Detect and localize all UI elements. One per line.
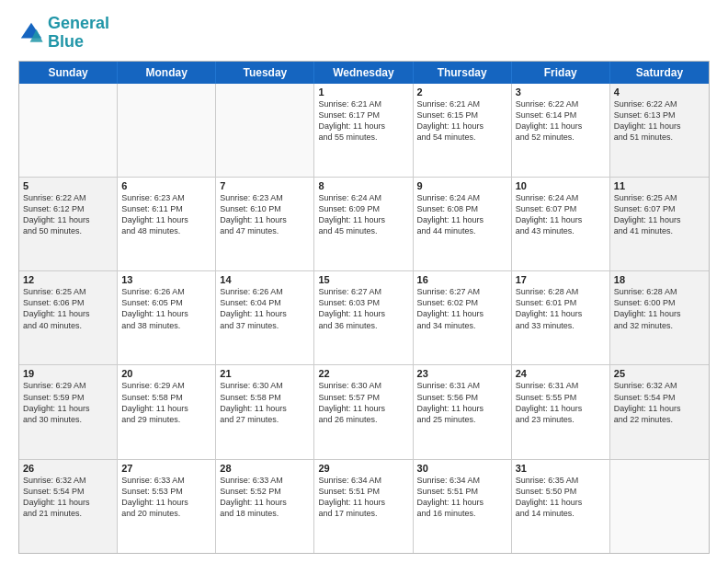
calendar-cell: 4Sunrise: 6:22 AM Sunset: 6:13 PM Daylig… — [610, 84, 709, 177]
calendar-cell: 31Sunrise: 6:35 AM Sunset: 5:50 PM Dayli… — [512, 460, 610, 553]
cell-detail: Sunrise: 6:31 AM Sunset: 5:56 PM Dayligh… — [417, 380, 507, 425]
cell-detail: Sunrise: 6:22 AM Sunset: 6:14 PM Dayligh… — [516, 98, 606, 144]
calendar-cell: 18Sunrise: 6:28 AM Sunset: 6:00 PM Dayli… — [610, 271, 709, 364]
calendar-cell: 15Sunrise: 6:27 AM Sunset: 6:03 PM Dayli… — [314, 271, 413, 364]
calendar-cell: 14Sunrise: 6:26 AM Sunset: 6:04 PM Dayli… — [216, 271, 314, 364]
calendar-header: SundayMondayTuesdayWednesdayThursdayFrid… — [19, 62, 709, 84]
calendar-cell: 24Sunrise: 6:31 AM Sunset: 5:55 PM Dayli… — [512, 365, 610, 458]
day-number: 6 — [121, 180, 211, 191]
day-number: 25 — [614, 368, 705, 379]
calendar-row-1: 5Sunrise: 6:22 AM Sunset: 6:12 PM Daylig… — [19, 178, 709, 271]
cell-detail: Sunrise: 6:27 AM Sunset: 6:03 PM Dayligh… — [318, 286, 408, 331]
calendar-cell: 27Sunrise: 6:33 AM Sunset: 5:53 PM Dayli… — [118, 460, 216, 553]
calendar: SundayMondayTuesdayWednesdayThursdayFrid… — [18, 61, 710, 554]
header: General Blue — [18, 15, 710, 52]
day-number: 19 — [23, 368, 113, 379]
cell-detail: Sunrise: 6:29 AM Sunset: 5:58 PM Dayligh… — [121, 380, 211, 425]
calendar-row-0: 1Sunrise: 6:21 AM Sunset: 6:17 PM Daylig… — [19, 84, 709, 178]
calendar-cell: 3Sunrise: 6:22 AM Sunset: 6:14 PM Daylig… — [512, 84, 610, 177]
cell-detail: Sunrise: 6:21 AM Sunset: 6:17 PM Dayligh… — [318, 98, 408, 144]
day-number: 29 — [318, 463, 408, 474]
calendar-cell: 26Sunrise: 6:32 AM Sunset: 5:54 PM Dayli… — [19, 460, 118, 553]
calendar-cell: 11Sunrise: 6:25 AM Sunset: 6:07 PM Dayli… — [610, 178, 709, 270]
day-number: 14 — [220, 274, 310, 285]
calendar-cell — [216, 84, 314, 177]
weekday-header-wednesday: Wednesday — [314, 62, 413, 84]
day-number: 13 — [121, 274, 211, 285]
logo-icon — [18, 20, 44, 46]
day-number: 23 — [417, 368, 507, 379]
calendar-cell: 8Sunrise: 6:24 AM Sunset: 6:09 PM Daylig… — [314, 178, 413, 270]
day-number: 8 — [318, 180, 408, 191]
cell-detail: Sunrise: 6:26 AM Sunset: 6:05 PM Dayligh… — [121, 286, 211, 331]
cell-detail: Sunrise: 6:31 AM Sunset: 5:55 PM Dayligh… — [516, 380, 606, 425]
cell-detail: Sunrise: 6:24 AM Sunset: 6:07 PM Dayligh… — [516, 192, 606, 237]
cell-detail: Sunrise: 6:28 AM Sunset: 6:00 PM Dayligh… — [614, 286, 705, 331]
day-number: 21 — [220, 368, 310, 379]
cell-detail: Sunrise: 6:23 AM Sunset: 6:11 PM Dayligh… — [121, 192, 211, 237]
calendar-cell — [118, 84, 216, 177]
day-number: 12 — [23, 274, 113, 285]
cell-detail: Sunrise: 6:24 AM Sunset: 6:09 PM Dayligh… — [318, 192, 408, 237]
calendar-cell: 28Sunrise: 6:33 AM Sunset: 5:52 PM Dayli… — [216, 460, 314, 553]
cell-detail: Sunrise: 6:34 AM Sunset: 5:51 PM Dayligh… — [318, 475, 408, 520]
logo-text: General Blue — [48, 15, 109, 52]
calendar-cell: 30Sunrise: 6:34 AM Sunset: 5:51 PM Dayli… — [414, 460, 512, 553]
cell-detail: Sunrise: 6:30 AM Sunset: 5:58 PM Dayligh… — [220, 380, 310, 425]
weekday-header-friday: Friday — [512, 62, 610, 84]
calendar-cell: 16Sunrise: 6:27 AM Sunset: 6:02 PM Dayli… — [414, 271, 512, 364]
day-number: 2 — [417, 86, 507, 98]
calendar-cell: 17Sunrise: 6:28 AM Sunset: 6:01 PM Dayli… — [512, 271, 610, 364]
cell-detail: Sunrise: 6:35 AM Sunset: 5:50 PM Dayligh… — [516, 475, 606, 520]
day-number: 27 — [121, 463, 211, 474]
calendar-cell: 20Sunrise: 6:29 AM Sunset: 5:58 PM Dayli… — [118, 365, 216, 458]
calendar-cell: 25Sunrise: 6:32 AM Sunset: 5:54 PM Dayli… — [610, 365, 709, 458]
calendar-row-3: 19Sunrise: 6:29 AM Sunset: 5:59 PM Dayli… — [19, 365, 709, 459]
cell-detail: Sunrise: 6:25 AM Sunset: 6:06 PM Dayligh… — [23, 286, 113, 331]
day-number: 18 — [614, 274, 705, 285]
weekday-header-tuesday: Tuesday — [216, 62, 314, 84]
day-number: 11 — [614, 180, 705, 191]
weekday-header-thursday: Thursday — [414, 62, 512, 84]
day-number: 16 — [417, 274, 507, 285]
calendar-cell: 1Sunrise: 6:21 AM Sunset: 6:17 PM Daylig… — [314, 84, 413, 177]
cell-detail: Sunrise: 6:32 AM Sunset: 5:54 PM Dayligh… — [23, 475, 113, 520]
day-number: 3 — [516, 86, 606, 98]
calendar-cell: 7Sunrise: 6:23 AM Sunset: 6:10 PM Daylig… — [216, 178, 314, 270]
day-number: 22 — [318, 368, 408, 379]
calendar-cell: 5Sunrise: 6:22 AM Sunset: 6:12 PM Daylig… — [19, 178, 118, 270]
weekday-header-sunday: Sunday — [19, 62, 118, 84]
calendar-cell: 6Sunrise: 6:23 AM Sunset: 6:11 PM Daylig… — [118, 178, 216, 270]
calendar-cell — [610, 460, 709, 553]
calendar-cell: 29Sunrise: 6:34 AM Sunset: 5:51 PM Dayli… — [314, 460, 413, 553]
cell-detail: Sunrise: 6:32 AM Sunset: 5:54 PM Dayligh… — [614, 380, 705, 425]
cell-detail: Sunrise: 6:25 AM Sunset: 6:07 PM Dayligh… — [614, 192, 705, 237]
calendar-row-4: 26Sunrise: 6:32 AM Sunset: 5:54 PM Dayli… — [19, 460, 709, 553]
day-number: 9 — [417, 180, 507, 191]
day-number: 10 — [516, 180, 606, 191]
cell-detail: Sunrise: 6:28 AM Sunset: 6:01 PM Dayligh… — [516, 286, 606, 331]
cell-detail: Sunrise: 6:33 AM Sunset: 5:52 PM Dayligh… — [220, 475, 310, 520]
cell-detail: Sunrise: 6:33 AM Sunset: 5:53 PM Dayligh… — [121, 475, 211, 520]
cell-detail: Sunrise: 6:22 AM Sunset: 6:13 PM Dayligh… — [614, 98, 705, 144]
day-number: 20 — [121, 368, 211, 379]
day-number: 24 — [516, 368, 606, 379]
day-number: 30 — [417, 463, 507, 474]
calendar-cell: 23Sunrise: 6:31 AM Sunset: 5:56 PM Dayli… — [414, 365, 512, 458]
calendar-cell: 2Sunrise: 6:21 AM Sunset: 6:15 PM Daylig… — [414, 84, 512, 177]
logo: General Blue — [18, 15, 109, 52]
calendar-cell: 19Sunrise: 6:29 AM Sunset: 5:59 PM Dayli… — [19, 365, 118, 458]
day-number: 4 — [614, 86, 705, 98]
calendar-cell: 21Sunrise: 6:30 AM Sunset: 5:58 PM Dayli… — [216, 365, 314, 458]
cell-detail: Sunrise: 6:30 AM Sunset: 5:57 PM Dayligh… — [318, 380, 408, 425]
calendar-cell: 10Sunrise: 6:24 AM Sunset: 6:07 PM Dayli… — [512, 178, 610, 270]
day-number: 26 — [23, 463, 113, 474]
calendar-cell: 9Sunrise: 6:24 AM Sunset: 6:08 PM Daylig… — [414, 178, 512, 270]
day-number: 5 — [23, 180, 113, 191]
day-number: 31 — [516, 463, 606, 474]
page: General Blue SundayMondayTuesdayWednesda… — [0, 0, 728, 563]
cell-detail: Sunrise: 6:22 AM Sunset: 6:12 PM Dayligh… — [23, 192, 113, 237]
calendar-cell: 22Sunrise: 6:30 AM Sunset: 5:57 PM Dayli… — [314, 365, 413, 458]
calendar-row-2: 12Sunrise: 6:25 AM Sunset: 6:06 PM Dayli… — [19, 271, 709, 365]
cell-detail: Sunrise: 6:29 AM Sunset: 5:59 PM Dayligh… — [23, 380, 113, 425]
